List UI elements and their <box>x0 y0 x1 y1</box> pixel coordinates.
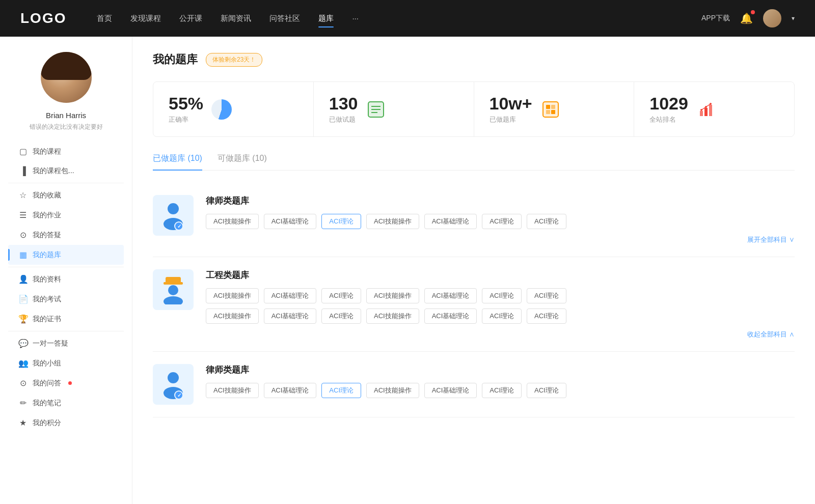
logo[interactable]: LOGO <box>20 10 66 26</box>
sidebar-item-exam[interactable]: 📄 我的考试 <box>8 289 124 309</box>
sidebar-item-homework[interactable]: ☰ 我的作业 <box>8 205 124 225</box>
tab-done-banks[interactable]: 已做题库 (10) <box>153 153 202 170</box>
banks-icon <box>540 99 561 120</box>
svg-rect-12 <box>704 108 708 116</box>
bank-tags-lawyer-1: ACI技能操作 ACI基础理论 ACI理论 ACI技能操作 ACI基础理论 AC… <box>206 214 795 229</box>
bank-tag[interactable]: ACI技能操作 <box>206 288 259 303</box>
bank-tag[interactable]: ACI基础理论 <box>264 309 317 324</box>
my-course-icon: ▢ <box>18 147 28 156</box>
ranking-chart-icon <box>696 99 717 120</box>
collapse-link-engineer[interactable]: 收起全部科目 ∧ <box>206 330 795 339</box>
bank-tag[interactable]: ACI理论 <box>321 288 361 303</box>
page-header: 我的题库 体验剩余23天！ <box>153 52 795 67</box>
chat-icon: 💬 <box>18 339 28 348</box>
tab-available-banks[interactable]: 可做题库 (10) <box>218 153 267 170</box>
bank-tag[interactable]: ACI基础理论 <box>424 383 477 398</box>
bank-tag[interactable]: ACI理论 <box>527 383 566 398</box>
stat-done-banks: 10w+ 已做题库 <box>474 82 635 136</box>
accuracy-chart-icon <box>211 99 232 120</box>
bank-tag[interactable]: ACI理论 <box>527 214 566 229</box>
stat-accuracy: 55% 正确率 <box>153 82 314 136</box>
bank-tag[interactable]: ACI理论 <box>482 309 522 324</box>
bank-tag[interactable]: ACI基础理论 <box>264 383 317 398</box>
nav-home[interactable]: 首页 <box>97 12 112 25</box>
bell-button[interactable]: 🔔 <box>740 12 753 24</box>
engineer-person-icon <box>159 275 187 304</box>
bank-tag-active[interactable]: ACI理论 <box>321 383 361 398</box>
question-icon: ⊙ <box>18 230 28 240</box>
divider <box>8 183 124 183</box>
bank-tag[interactable]: ACI技能操作 <box>206 383 259 398</box>
sidebar-item-label: 我的课程 <box>33 147 61 156</box>
bank-tag[interactable]: ACI技能操作 <box>206 309 259 324</box>
bank-tag[interactable]: ACI理论 <box>482 214 522 229</box>
sidebar-item-question-bank[interactable]: ▦ 我的题库 <box>8 245 124 265</box>
bank-tag[interactable]: ACI基础理论 <box>264 288 317 303</box>
sidebar-item-course-package[interactable]: ▐ 我的课程包... <box>8 161 124 181</box>
bank-tags-lawyer-2: ACI技能操作 ACI基础理论 ACI理论 ACI技能操作 ACI基础理论 AC… <box>206 383 795 398</box>
done-banks-value: 10w+ <box>490 94 532 113</box>
app-download-link[interactable]: APP下载 <box>701 14 730 23</box>
bank-tag-active[interactable]: ACI理论 <box>321 214 361 229</box>
svg-rect-5 <box>543 102 558 117</box>
sidebar-item-my-course[interactable]: ▢ 我的课程 <box>8 142 124 161</box>
nav-qa[interactable]: 问答社区 <box>269 12 300 25</box>
sidebar-item-profile[interactable]: 👤 我的资料 <box>8 269 124 289</box>
nav-right: APP下载 🔔 ▾ <box>701 9 795 27</box>
svg-point-15 <box>705 106 707 108</box>
divider <box>8 331 124 331</box>
svg-rect-13 <box>709 105 712 116</box>
bank-tag[interactable]: ACI技能操作 <box>206 214 259 229</box>
bank-icon: ▦ <box>18 250 28 260</box>
accuracy-value: 55% <box>169 94 203 113</box>
bank-tag[interactable]: ACI基础理论 <box>424 309 477 324</box>
nav-dropdown-arrow-icon[interactable]: ▾ <box>792 15 795 22</box>
svg-text:✓: ✓ <box>177 393 181 398</box>
nav-open-course[interactable]: 公开课 <box>179 12 202 25</box>
sidebar-item-group[interactable]: 👥 我的小组 <box>8 353 124 373</box>
nav-question-bank[interactable]: 题库 <box>318 12 334 25</box>
bank-tag[interactable]: ACI技能操作 <box>366 214 419 229</box>
bank-tag[interactable]: ACI技能操作 <box>366 288 419 303</box>
sidebar-item-points[interactable]: ★ 我的积分 <box>8 413 124 433</box>
svg-rect-7 <box>546 105 550 109</box>
bank-tags-engineer-row1: ACI技能操作 ACI基础理论 ACI理论 ACI技能操作 ACI基础理论 AC… <box>206 288 795 303</box>
bank-tag[interactable]: ACI理论 <box>482 383 522 398</box>
nav-more[interactable]: ··· <box>352 12 359 25</box>
bank-tag[interactable]: ACI理论 <box>527 309 566 324</box>
bank-name-lawyer-1: 律师类题库 <box>206 195 795 207</box>
bank-item-lawyer-1: ✓ 律师类题库 ACI技能操作 ACI基础理论 ACI理论 ACI技能操作 AC… <box>153 183 795 257</box>
questions-icon <box>366 99 386 120</box>
bank-info-lawyer-2: 律师类题库 ACI技能操作 ACI基础理论 ACI理论 ACI技能操作 ACI基… <box>206 364 795 398</box>
bank-tag[interactable]: ACI技能操作 <box>366 309 419 324</box>
bank-tag[interactable]: ACI技能操作 <box>366 383 419 398</box>
bank-tag[interactable]: ACI基础理论 <box>424 288 477 303</box>
svg-point-25 <box>164 296 183 304</box>
course-package-icon: ▐ <box>18 166 28 176</box>
svg-rect-8 <box>551 105 555 109</box>
sidebar-item-certificate[interactable]: 🏆 我的证书 <box>8 309 124 329</box>
nav-avatar[interactable] <box>763 9 781 27</box>
sidebar-item-my-qa[interactable]: ⊙ 我的问答 <box>8 373 124 393</box>
svg-point-26 <box>168 372 179 383</box>
bank-tag[interactable]: ACI基础理论 <box>424 214 477 229</box>
sidebar-item-label: 我的积分 <box>33 418 61 428</box>
sidebar-item-label: 我的作业 <box>33 211 61 220</box>
lawyer-icon-wrap: ✓ <box>153 195 194 236</box>
sidebar-item-1v1[interactable]: 💬 一对一答疑 <box>8 333 124 353</box>
bank-tag[interactable]: ACI理论 <box>321 309 361 324</box>
sidebar-item-notes[interactable]: ✏ 我的笔记 <box>8 393 124 413</box>
top-nav: LOGO 首页 发现课程 公开课 新闻资讯 问答社区 题库 ··· APP下载 … <box>0 0 815 37</box>
notes-icon: ✏ <box>18 398 28 408</box>
bank-tag[interactable]: ACI理论 <box>482 288 522 303</box>
sidebar-item-collection[interactable]: ☆ 我的收藏 <box>8 185 124 205</box>
sidebar-item-answer[interactable]: ⊙ 我的答疑 <box>8 225 124 245</box>
bank-tag[interactable]: ACI理论 <box>527 288 566 303</box>
bank-tag[interactable]: ACI基础理论 <box>264 214 317 229</box>
done-banks-label: 已做题库 <box>490 115 532 124</box>
homework-icon: ☰ <box>18 210 28 220</box>
bank-name-engineer: 工程类题库 <box>206 269 795 281</box>
expand-link-lawyer-1[interactable]: 展开全部科目 ∨ <box>206 235 795 244</box>
nav-news[interactable]: 新闻资讯 <box>221 12 251 25</box>
nav-discover[interactable]: 发现课程 <box>130 12 161 25</box>
